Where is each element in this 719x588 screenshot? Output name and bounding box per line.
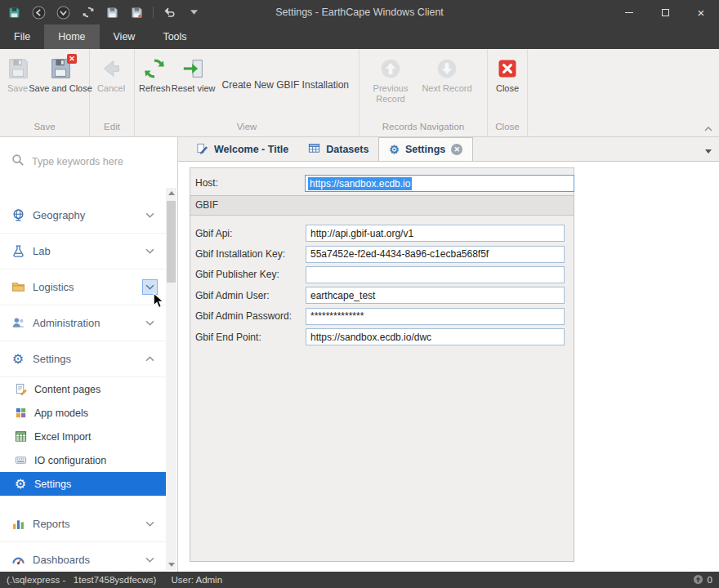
gear-icon: ⚙: [14, 478, 27, 491]
sidebar-item-settings[interactable]: ⚙ Settings: [0, 472, 166, 496]
host-field-row: Host: https://sandbox.ecdb.io: [194, 175, 569, 192]
tab-welcome-title[interactable]: Welcome - Title: [186, 137, 298, 161]
ribbon-group-label-save: Save: [0, 120, 89, 136]
content-area: Welcome - Title Datasets ⚙ Settings ✕ Ho…: [178, 137, 719, 572]
sidebar-item-reports[interactable]: Reports: [0, 506, 166, 542]
window-close-icon: ×: [698, 7, 705, 19]
qat-save-plus-icon[interactable]: [127, 2, 147, 22]
refresh-button[interactable]: Refresh: [136, 51, 173, 120]
tab-list-dropdown-icon[interactable]: [705, 149, 712, 154]
gbif-publisher-key-input[interactable]: [306, 266, 565, 283]
sidebar-nav: Geography Lab Logistics: [0, 198, 166, 572]
sidebar-item-settings-group[interactable]: ⚙ Settings: [0, 341, 166, 377]
document-tab-strip: Welcome - Title Datasets ⚙ Settings ✕: [178, 137, 719, 162]
scroll-down-icon[interactable]: [166, 559, 176, 570]
gbif-installation-key-row: Gbif Installation Key:: [190, 243, 574, 264]
menu-tab-view[interactable]: View: [100, 24, 150, 49]
tab-datasets[interactable]: Datasets: [298, 137, 378, 161]
red-x-badge: ✕: [67, 54, 77, 64]
qat-dropdown-icon[interactable]: [184, 2, 204, 22]
history-back-icon[interactable]: [29, 2, 49, 22]
undo-icon[interactable]: [159, 2, 180, 22]
ribbon-group-save: Save ✕ Save and Close Save: [0, 49, 90, 136]
app-save-icon[interactable]: [4, 2, 25, 22]
tab-settings[interactable]: ⚙ Settings ✕: [378, 137, 473, 161]
host-label: Host:: [195, 175, 218, 192]
gauge-icon: [11, 553, 25, 567]
earthcape-window: Settings - EarthCape Windows Client × Fi…: [0, 0, 719, 588]
ribbon-group-close: Close Close: [488, 49, 528, 136]
chevron-down-icon[interactable]: [142, 243, 158, 259]
next-record-icon: [435, 54, 459, 83]
gbif-api-input[interactable]: [306, 225, 565, 242]
sidebar-item-administration[interactable]: Administration: [0, 305, 166, 341]
settings-form-panel: Host: https://sandbox.ecdb.io GBIF Gbif …: [190, 167, 574, 562]
status-bar: (.\sqlexpress - 1test7458ysdfecws) User:…: [0, 572, 719, 588]
gbif-group-title: GBIF: [190, 196, 574, 216]
pencil-icon: [196, 142, 208, 157]
chevron-down-icon[interactable]: [142, 315, 158, 331]
sidebar-item-io-configuration[interactable]: IO configuration: [0, 448, 166, 472]
maximize-button[interactable]: [647, 0, 683, 24]
ribbon-group-records: Previous Record Next Record Records Navi…: [360, 49, 488, 136]
create-gbif-installation-button[interactable]: Create New GBIF Installation: [214, 76, 357, 94]
sidebar-item-excel-import[interactable]: Excel Import: [0, 425, 166, 448]
menu-tab-file[interactable]: File: [0, 24, 44, 49]
search-icon: [11, 154, 25, 169]
grid-icon: [14, 407, 27, 419]
bar-chart-icon: [11, 517, 25, 531]
gbif-installation-key-input[interactable]: [306, 246, 565, 263]
minimize-icon: [625, 12, 633, 13]
gbif-admin-user-input[interactable]: [306, 287, 565, 304]
reset-view-button[interactable]: Reset view: [173, 51, 214, 120]
minimize-button[interactable]: [611, 0, 647, 24]
chevron-down-icon[interactable]: [142, 552, 158, 568]
history-down-icon[interactable]: [53, 2, 74, 22]
close-window-button[interactable]: ×: [683, 0, 719, 24]
search-input[interactable]: [32, 156, 154, 167]
tab-close-icon[interactable]: ✕: [451, 144, 462, 155]
chevron-up-icon[interactable]: [142, 351, 158, 367]
sidebar-item-app-models[interactable]: App models: [0, 401, 166, 425]
gear-icon: ⚙: [389, 144, 400, 156]
chevron-down-icon[interactable]: [142, 516, 158, 532]
chevron-down-icon[interactable]: [142, 207, 158, 223]
chevron-down-icon[interactable]: [142, 279, 158, 295]
globe-icon: [11, 208, 25, 222]
menu-tab-tools[interactable]: Tools: [149, 24, 200, 49]
ribbon-group-label-records: Records Navigation: [360, 120, 487, 136]
gbif-admin-user-row: Gbif Admin User:: [190, 285, 574, 305]
sidebar-search: [0, 137, 177, 169]
sidebar-item-content-pages[interactable]: Content pages: [0, 377, 166, 401]
qat-refresh-icon[interactable]: [78, 2, 98, 22]
scroll-thumb[interactable]: [167, 201, 176, 283]
sidebar-item-dashboards[interactable]: Dashboards: [0, 542, 166, 572]
window-controls: ×: [611, 0, 719, 24]
collapse-ribbon-button[interactable]: [704, 122, 712, 134]
sidebar-item-lab[interactable]: Lab: [0, 234, 166, 270]
close-button[interactable]: Close: [489, 51, 525, 120]
gbif-end-point-input[interactable]: [306, 328, 565, 345]
gbif-admin-password-row: Gbif Admin Password:: [190, 306, 574, 327]
refresh-icon: [142, 54, 167, 83]
gbif-end-point-row: Gbif End Point:: [190, 327, 574, 347]
save-and-close-button[interactable]: ✕ Save and Close: [33, 51, 87, 120]
host-input[interactable]: https://sandbox.ecdb.io: [305, 175, 574, 192]
chevron-up-icon: [704, 127, 712, 131]
sidebar-item-geography[interactable]: Geography: [0, 198, 166, 234]
previous-record-button[interactable]: Previous Record: [364, 51, 417, 120]
gbif-admin-password-input[interactable]: [306, 308, 565, 325]
cancel-button[interactable]: Cancel: [92, 51, 131, 120]
quick-access-toolbar: [0, 2, 204, 22]
scroll-up-icon[interactable]: [166, 188, 176, 198]
next-record-button[interactable]: Next Record: [417, 51, 477, 120]
gbif-publisher-key-row: Gbif Publisher Key:: [190, 265, 574, 285]
sidebar-scrollbar[interactable]: [166, 188, 176, 570]
qat-save-icon[interactable]: [102, 2, 123, 22]
users-icon: [11, 316, 25, 330]
menu-tab-home[interactable]: Home: [44, 24, 99, 49]
ribbon-group-label-edit: Edit: [90, 120, 134, 136]
status-sync-icon[interactable]: [693, 574, 703, 586]
sidebar-item-logistics[interactable]: Logistics: [0, 270, 166, 305]
page-edit-icon: [14, 383, 27, 395]
